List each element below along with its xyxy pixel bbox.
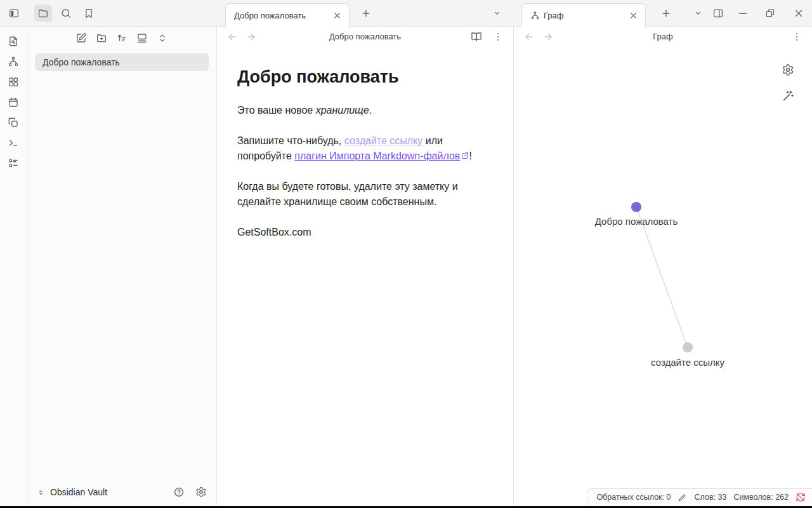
minimize-icon <box>737 8 749 19</box>
left-ribbon <box>0 27 27 505</box>
file-explorer-pane: Добро пожаловать Obsidian Vault <box>27 27 217 505</box>
chevron-down-icon <box>492 8 502 18</box>
templates-button[interactable] <box>4 114 23 131</box>
expand-collapse-button[interactable] <box>154 30 171 46</box>
new-note-icon <box>75 32 87 44</box>
tab-graph-label: Граф <box>544 11 626 20</box>
gear-icon <box>195 486 207 498</box>
restore-icon <box>764 8 776 19</box>
sync-off-icon[interactable] <box>796 492 806 502</box>
navigate-forward-button[interactable] <box>244 29 259 44</box>
toggle-left-sidebar-button[interactable] <box>5 4 23 22</box>
new-tab-button[interactable] <box>657 4 675 22</box>
help-button[interactable] <box>170 483 188 501</box>
external-link-icon <box>461 152 469 160</box>
titlebar: Добро пожаловать Граф <box>0 0 812 27</box>
book-open-icon <box>471 31 482 43</box>
note-heading: Добро пожаловать <box>237 66 488 88</box>
graph-node-welcome[interactable] <box>631 202 641 212</box>
editor-pane-header: Добро пожаловать <box>217 27 513 46</box>
tab-graph[interactable]: Граф <box>521 3 646 27</box>
daily-note-button[interactable] <box>4 93 23 110</box>
chevrons-up-down-icon <box>157 32 168 44</box>
graph-node-label: Добро пожаловать <box>595 216 678 227</box>
sidebar-left-icon <box>8 8 20 19</box>
note-content[interactable]: Добро пожаловать Это ваше новое хранилищ… <box>217 46 513 255</box>
graph-icon <box>8 56 19 67</box>
vault-switcher-row: Obsidian Vault <box>27 479 216 505</box>
word-count: Слов: 33 <box>694 493 726 502</box>
collapse-panel-icon <box>136 32 148 44</box>
terminal-icon <box>8 137 19 149</box>
tab-list-button[interactable] <box>488 4 506 22</box>
minimize-button[interactable] <box>734 4 752 22</box>
internal-link-unresolved[interactable]: создайте ссылку <box>344 135 423 146</box>
external-link[interactable]: плагин Импорта Markdown-файлов <box>294 150 460 161</box>
form-list-button[interactable] <box>4 154 23 171</box>
workspace: Добро пожаловать Obsidian Vault <box>0 27 812 505</box>
arrow-right-icon <box>246 31 257 43</box>
vault-chevrons-icon[interactable] <box>36 488 46 497</box>
tab-list-button[interactable] <box>689 4 707 22</box>
canvas-button[interactable] <box>4 73 23 90</box>
navigate-back-button[interactable] <box>225 29 240 44</box>
new-tab-button[interactable] <box>357 4 375 22</box>
help-circle-icon <box>173 486 185 498</box>
close-icon <box>629 11 638 20</box>
search-tab-button[interactable] <box>57 4 75 22</box>
titlebar-ribbon-section <box>0 0 28 26</box>
folder-icon <box>37 8 49 19</box>
new-folder-button[interactable] <box>93 30 110 46</box>
file-explorer-toolbar <box>27 27 216 50</box>
list-form-icon <box>8 157 19 169</box>
more-options-button[interactable] <box>490 29 506 44</box>
vault-name[interactable]: Obsidian Vault <box>50 487 166 497</box>
note-paragraph-3: Когда вы будете готовы, удалите эту заме… <box>237 179 473 210</box>
settings-button[interactable] <box>192 483 210 501</box>
sort-order-button[interactable] <box>114 30 130 46</box>
graph-edge <box>636 207 688 347</box>
graph-pane: Граф <box>513 27 812 505</box>
copy-pages-icon <box>8 117 19 128</box>
sidebar-right-icon <box>712 8 724 19</box>
graph-node-label: создайте ссылку <box>651 357 724 368</box>
char-count: Символов: 262 <box>733 493 789 502</box>
arrow-left-icon <box>226 31 238 43</box>
file-list: Добро пожаловать <box>27 50 216 479</box>
more-vertical-icon <box>492 31 504 43</box>
tab-close-button[interactable] <box>330 8 344 22</box>
editor-pane: Добро пожаловать <box>217 27 513 505</box>
bookmarks-tab-button[interactable] <box>80 4 98 22</box>
restore-button[interactable] <box>761 4 779 22</box>
close-icon <box>793 8 804 19</box>
right-pane-tabbar: Граф <box>514 0 812 26</box>
status-bar: Обратных ссылок: 0 Слов: 33 Символов: 26… <box>587 488 812 505</box>
file-item-welcome[interactable]: Добро пожаловать <box>35 53 209 71</box>
more-options-button[interactable] <box>789 29 804 44</box>
folder-plus-icon <box>96 32 107 44</box>
graph-view-button[interactable] <box>4 53 23 70</box>
plus-icon <box>660 8 672 19</box>
quick-switcher-button[interactable] <box>4 32 23 50</box>
grid-dashboard-icon <box>8 76 19 88</box>
note-paragraph-1: Это ваше новое хранилище. <box>237 103 473 118</box>
bookmark-icon <box>83 8 95 19</box>
close-icon <box>332 11 342 20</box>
command-palette-button[interactable] <box>4 134 23 151</box>
collapse-all-button[interactable] <box>134 30 150 46</box>
close-window-button[interactable] <box>790 4 808 22</box>
tab-welcome-note[interactable]: Добро пожаловать <box>225 3 350 27</box>
file-search-icon <box>8 36 19 47</box>
toggle-right-sidebar-button[interactable] <box>709 4 727 22</box>
tab-close-button[interactable] <box>626 8 640 22</box>
graph-canvas[interactable] <box>514 27 811 505</box>
graph-node-create-link[interactable] <box>683 342 693 352</box>
chevron-down-icon <box>693 8 703 18</box>
calendar-icon <box>8 97 19 108</box>
reading-mode-button[interactable] <box>469 29 484 44</box>
edit-pencil-icon[interactable] <box>678 493 687 502</box>
new-note-button[interactable] <box>73 30 89 46</box>
main-pane-tabbar: Добро пожаловать <box>218 0 514 26</box>
files-tab-button[interactable] <box>34 4 52 22</box>
sidebar-tab-switcher <box>28 0 218 26</box>
